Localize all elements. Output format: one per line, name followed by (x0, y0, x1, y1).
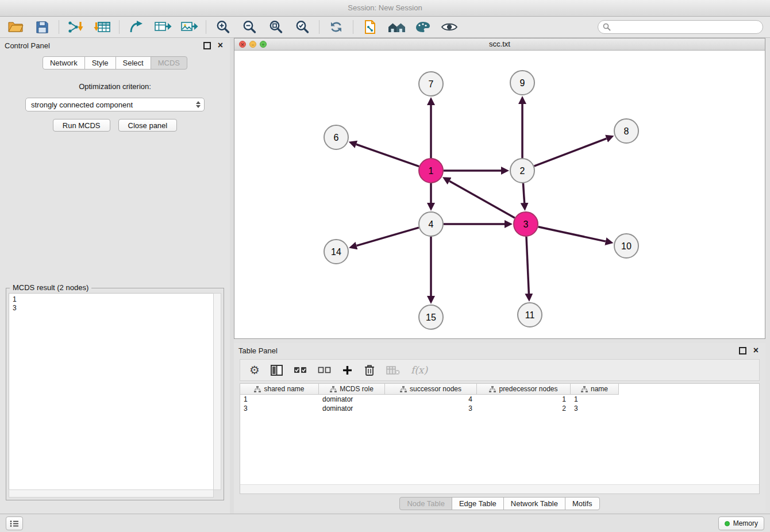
close-panel-button[interactable]: Close panel (118, 119, 178, 132)
node-10[interactable]: 10 (614, 234, 638, 258)
add-column-icon[interactable] (342, 365, 353, 376)
apply-style-icon[interactable] (413, 18, 433, 36)
tab-edge-table[interactable]: Edge Table (452, 497, 504, 510)
zoom-fit-content-icon[interactable] (266, 18, 286, 36)
control-panel-tabs: NetworkStyleSelectMCDS (0, 56, 230, 70)
node-15[interactable]: 15 (419, 305, 443, 329)
column-header-shared-name[interactable]: shared name (240, 384, 319, 395)
search-box[interactable] (598, 20, 763, 34)
network-home-icon[interactable] (387, 18, 406, 36)
float-table-panel-icon[interactable] (739, 347, 746, 354)
export-table-icon[interactable] (153, 18, 172, 36)
zoom-out-icon[interactable] (240, 18, 259, 36)
mcds-result-title: MCDS result (2 nodes) (10, 283, 91, 292)
save-session-icon[interactable] (32, 18, 52, 36)
node-9[interactable]: 9 (510, 71, 534, 95)
close-window-icon[interactable]: ✕ (239, 41, 246, 48)
tab-motifs[interactable]: Motifs (565, 497, 600, 510)
network-window-titlebar[interactable]: ✕ − + scc.txt (234, 38, 765, 51)
list-icon (10, 520, 19, 527)
delete-column-icon[interactable] (364, 364, 375, 376)
node-7[interactable]: 7 (419, 72, 443, 96)
panel-splitter[interactable] (230, 38, 234, 514)
toolbar-separator (59, 20, 59, 34)
search-icon (603, 23, 611, 31)
edge-3-10[interactable] (538, 227, 605, 241)
export-image-icon[interactable] (179, 18, 199, 36)
network-graph[interactable]: 7968124314101511 (234, 50, 765, 338)
show-graphics-details-icon[interactable] (440, 18, 459, 36)
status-bar: Memory (0, 514, 770, 532)
table-settings-icon[interactable]: ⚙ (249, 363, 260, 377)
network-view-window: ✕ − + scc.txt 7968124314101511 (234, 38, 765, 339)
table-toolbar: ⚙ f(x) (240, 359, 760, 381)
network-window-title: scc.txt (489, 40, 510, 48)
node-4[interactable]: 4 (419, 212, 443, 236)
result-horizontal-scrollbar[interactable] (9, 489, 214, 498)
task-history-button[interactable] (6, 516, 23, 530)
tab-style[interactable]: Style (84, 56, 116, 70)
edge-3-1[interactable] (449, 181, 515, 218)
float-panel-icon[interactable] (203, 42, 211, 49)
import-network-from-file-icon[interactable] (66, 18, 86, 36)
result-vertical-scrollbar[interactable] (213, 293, 221, 490)
edge-2-8[interactable] (534, 138, 607, 166)
edge-4-14[interactable] (357, 228, 419, 246)
open-file-icon[interactable] (6, 18, 25, 36)
optimization-criterion-label: Optimization criterion: (0, 82, 230, 91)
minimize-window-icon[interactable]: − (249, 41, 256, 48)
svg-text:15: 15 (426, 313, 436, 322)
node-2[interactable]: 2 (510, 159, 534, 183)
node-6[interactable]: 6 (324, 125, 348, 149)
select-all-rows-icon[interactable] (294, 366, 307, 374)
search-input[interactable] (614, 22, 758, 32)
tab-select[interactable]: Select (116, 56, 151, 70)
export-network-icon[interactable] (126, 18, 146, 36)
tab-network[interactable]: Network (43, 56, 85, 70)
zoom-selected-icon[interactable] (292, 18, 312, 36)
node-11[interactable]: 11 (518, 303, 542, 327)
optimization-criterion-dropdown[interactable]: strongly connected component (25, 98, 205, 111)
close-table-panel-icon[interactable]: × (753, 346, 759, 354)
import-table-from-file-icon[interactable] (93, 18, 112, 36)
function-builder-icon: f(x) (411, 364, 428, 376)
svg-text:9: 9 (520, 78, 525, 88)
tab-mcds[interactable]: MCDS (151, 56, 187, 70)
deselect-all-rows-icon[interactable] (318, 366, 331, 374)
table-horizontal-scrollbar[interactable] (240, 484, 759, 494)
node-table-body: 1dominator4113dominator323 (240, 395, 759, 413)
delete-table-icon (386, 365, 400, 375)
column-header-MCDS-role[interactable]: MCDS role (319, 384, 385, 395)
node-14[interactable]: 14 (324, 240, 348, 264)
edge-2-3[interactable] (523, 183, 524, 203)
svg-text:3: 3 (523, 219, 529, 229)
table-panel-header: Table Panel × (234, 343, 765, 358)
refresh-view-icon[interactable] (326, 18, 346, 36)
close-panel-icon[interactable]: × (218, 41, 223, 49)
maximize-window-icon[interactable]: + (260, 41, 267, 48)
node-8[interactable]: 8 (614, 119, 638, 143)
dropdown-selected-value: strongly connected component (31, 101, 133, 109)
control-panel-title: Control Panel (5, 41, 203, 50)
table-row[interactable]: 1dominator411 (240, 395, 759, 404)
edge-1-6[interactable] (356, 144, 419, 166)
table-row[interactable]: 3dominator323 (240, 404, 759, 413)
column-header-name[interactable]: name (571, 384, 619, 395)
zoom-in-icon[interactable] (213, 18, 233, 36)
window-titlebar: Session: New Session (0, 0, 770, 17)
column-header-successor-nodes[interactable]: successor nodes (385, 384, 477, 395)
memory-button[interactable]: Memory (718, 516, 764, 530)
main-toolbar (0, 17, 770, 38)
run-mcds-button[interactable]: Run MCDS (53, 119, 110, 132)
edge-3-11[interactable] (526, 237, 529, 294)
show-columns-icon[interactable] (271, 365, 283, 376)
node-1[interactable]: 1 (419, 159, 443, 183)
dropdown-stepper-icon (196, 101, 201, 108)
toolbar-separator (119, 20, 120, 34)
tab-network-table[interactable]: Network Table (503, 497, 565, 510)
svg-text:1: 1 (429, 166, 434, 176)
node-3[interactable]: 3 (514, 212, 538, 236)
open-session-document-icon[interactable] (360, 18, 380, 36)
tab-node-table[interactable]: Node Table (399, 497, 452, 510)
column-header-predecessor-nodes[interactable]: predecessor nodes (477, 384, 571, 395)
